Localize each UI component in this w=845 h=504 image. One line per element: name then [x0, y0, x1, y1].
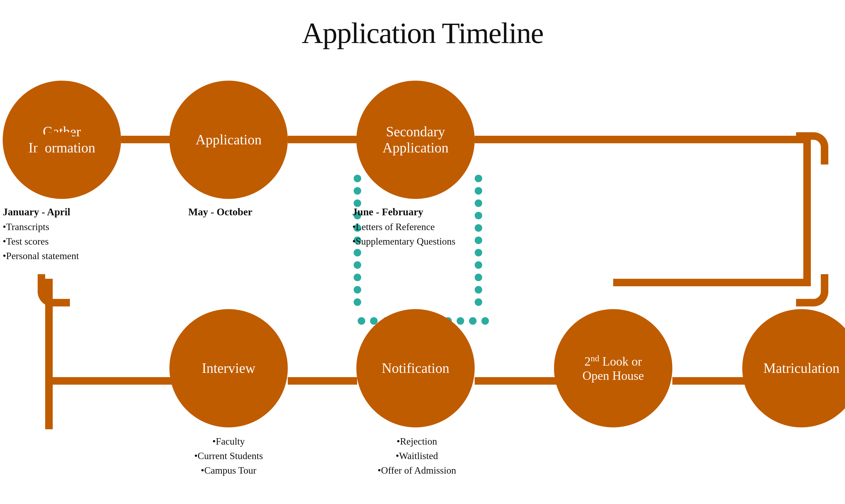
label-interview: •Faculty •Current Students •Campus Tour — [183, 434, 274, 478]
corner-bottom-left — [38, 274, 70, 306]
circle-matriculation-label: Matriculation — [763, 360, 839, 376]
circle-secondary: SecondaryApplication — [356, 80, 475, 199]
page-title: Application Timeline — [0, 0, 845, 50]
circle-matriculation: Matriculation — [742, 309, 845, 427]
label-notification: •Rejection •Waitlisted •Offer of Admissi… — [366, 434, 468, 478]
hline-right-bottom — [613, 279, 811, 286]
label-notification-item1: •Rejection — [366, 434, 468, 449]
label-interview-item2: •Current Students — [183, 449, 274, 463]
circle-second-look: 2nd Look orOpen House — [554, 309, 672, 427]
label-secondary-item2: •Supplementary Questions — [352, 234, 471, 249]
label-application-date: May - October — [188, 204, 269, 220]
hline-app-secondary — [288, 136, 357, 143]
label-gather-item2: •Test scores — [3, 234, 116, 249]
label-gather-item1: •Transcripts — [3, 220, 116, 234]
label-interview-item1: •Faculty — [183, 434, 274, 449]
corner-bottom-right — [796, 274, 828, 306]
diagram-area: GatherInformation Application SecondaryA… — [0, 59, 845, 504]
circle-application-label: Application — [195, 132, 262, 148]
dotted-vline-right — [475, 175, 482, 306]
circle-second-look-label: 2nd Look orOpen House — [582, 354, 644, 383]
label-application: May - October — [188, 204, 269, 220]
circle-notification: Notification — [356, 309, 475, 427]
corner-top-left — [38, 132, 70, 164]
circle-notification-label: Notification — [382, 360, 449, 376]
label-notification-item3: •Offer of Admission — [366, 463, 468, 478]
hline-secondary-right — [475, 136, 811, 143]
label-secondary-item1: •Letters of Reference — [352, 220, 471, 234]
label-notification-item2: •Waitlisted — [366, 449, 468, 463]
label-secondary-date: June - February — [352, 204, 471, 220]
circle-secondary-label: SecondaryApplication — [383, 124, 448, 156]
label-gather-date: January - April — [3, 204, 116, 220]
label-secondary: June - February •Letters of Reference •S… — [352, 204, 471, 249]
circle-interview: Interview — [170, 309, 288, 427]
label-gather: January - April •Transcripts •Test score… — [3, 204, 116, 263]
circle-interview-label: Interview — [202, 360, 255, 376]
circle-application: Application — [170, 80, 288, 199]
hline-interview-notification — [288, 377, 357, 385]
hline-gather-corner — [67, 132, 72, 140]
hline-gather-app — [121, 136, 171, 143]
label-interview-item3: •Campus Tour — [183, 463, 274, 478]
corner-top-right — [796, 132, 828, 164]
label-gather-item3: •Personal statement — [3, 249, 116, 263]
